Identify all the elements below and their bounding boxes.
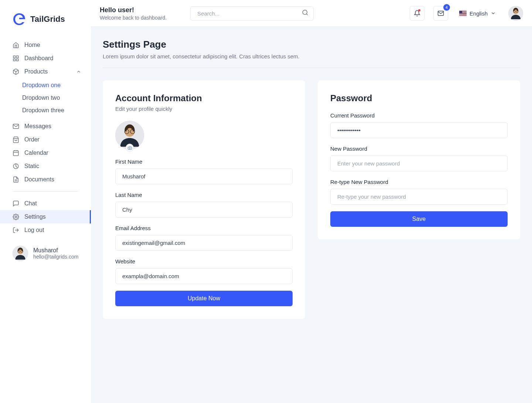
avatar	[13, 246, 28, 261]
sidebar-item-label: Products	[24, 68, 48, 75]
chart-icon	[13, 163, 19, 170]
sidebar-user-email: hello@tailgrids.com	[33, 254, 78, 260]
password-card: Password Current Password New Password R…	[318, 81, 520, 239]
sidebar-subitem-dropdown-three[interactable]: Dropdown three	[0, 104, 91, 117]
chevron-up-icon	[75, 68, 82, 75]
user-menu-button[interactable]	[508, 6, 523, 21]
sidebar-item-label: Static	[24, 163, 39, 170]
sidebar-item-label: Chat	[24, 200, 37, 207]
sidebar-item-label: Messages	[24, 123, 51, 130]
notifications-button[interactable]	[410, 6, 424, 21]
change-photo-button[interactable]	[126, 144, 134, 152]
email-input[interactable]	[115, 235, 293, 251]
sidebar-item-static[interactable]: Static	[0, 160, 91, 173]
sidebar-item-chat[interactable]: Chat	[0, 197, 91, 210]
greeting-title: Hello user!	[100, 6, 167, 14]
svg-rect-3	[17, 59, 18, 61]
gear-icon	[13, 214, 19, 220]
primary-nav: Home Dashboard Products Dropdown one Dro…	[0, 35, 91, 240]
search	[190, 6, 314, 21]
grid-icon	[13, 55, 19, 62]
svg-rect-1	[17, 56, 18, 58]
sidebar-item-dashboard[interactable]: Dashboard	[0, 52, 91, 65]
sidebar-item-label: Documents	[24, 176, 54, 183]
sidebar-item-label: Home	[24, 42, 40, 48]
calendar-icon	[13, 150, 19, 156]
content: Settings Page Lorem ipsum dolor sit amet…	[91, 27, 532, 403]
svg-line-18	[307, 14, 308, 15]
sidebar-user-name: Musharof	[33, 247, 78, 254]
notification-dot	[418, 9, 420, 11]
svg-point-28	[129, 147, 130, 149]
divider	[13, 191, 78, 192]
home-icon	[13, 42, 19, 48]
sidebar-item-label: Log out	[24, 227, 44, 233]
sidebar-item-settings[interactable]: Settings	[0, 210, 91, 223]
sidebar-item-documents[interactable]: Documents	[0, 173, 91, 186]
language-label: English	[470, 10, 488, 17]
account-title: Account Information	[115, 93, 293, 103]
update-button[interactable]: Update Now	[115, 291, 293, 306]
current-password-input[interactable]	[330, 122, 508, 138]
first-name-input[interactable]	[115, 168, 293, 184]
brand-name: TailGrids	[30, 14, 65, 24]
search-icon[interactable]	[302, 9, 308, 17]
first-name-label: First Name	[115, 158, 293, 165]
sidebar-subitem-dropdown-one[interactable]: Dropdown one	[0, 79, 91, 92]
sidebar-item-label: Calendar	[24, 150, 48, 156]
products-subitems: Dropdown one Dropdown two Dropdown three	[0, 78, 91, 120]
website-input[interactable]	[115, 268, 293, 284]
logo[interactable]: TailGrids	[0, 0, 91, 35]
account-card: Account Information Edit your profile qu…	[103, 81, 305, 319]
logout-icon	[13, 227, 19, 233]
last-name-label: Last Name	[115, 192, 293, 198]
svg-point-11	[15, 216, 17, 218]
sidebar-item-label: Order	[24, 136, 40, 143]
box-icon	[13, 68, 19, 75]
svg-rect-0	[13, 56, 15, 58]
new-password-label: New Password	[330, 146, 508, 152]
sidebar-item-home[interactable]: Home	[0, 38, 91, 52]
flag-icon	[459, 11, 467, 16]
account-subtitle: Edit your profile quickly	[115, 106, 293, 112]
sidebar-item-order[interactable]: Order	[0, 133, 91, 146]
language-selector[interactable]: English	[459, 10, 496, 17]
page-header: Settings Page Lorem ipsum dolor sit amet…	[103, 39, 520, 68]
new-password-input[interactable]	[330, 156, 508, 171]
sidebar: TailGrids Home Dashboard Products Dropdo…	[0, 0, 91, 403]
svg-point-17	[303, 10, 307, 14]
save-button[interactable]: Save	[330, 211, 508, 227]
sidebar-item-messages[interactable]: Messages	[0, 120, 91, 133]
svg-rect-2	[13, 59, 15, 61]
file-icon	[13, 176, 19, 183]
messages-button[interactable]: 4	[433, 6, 448, 21]
sidebar-item-products[interactable]: Products	[0, 65, 91, 78]
sidebar-item-label: Settings	[24, 214, 46, 220]
logo-icon	[12, 12, 27, 27]
bag-icon	[13, 136, 19, 143]
retype-password-input[interactable]	[330, 189, 508, 205]
email-label: Email Address	[115, 225, 293, 231]
page-title: Settings Page	[103, 39, 520, 50]
sidebar-subitem-dropdown-two[interactable]: Dropdown two	[0, 92, 91, 104]
greeting-subtitle: Welcome back to dashboard.	[100, 15, 167, 21]
camera-icon	[128, 146, 132, 150]
mail-icon	[437, 10, 444, 17]
last-name-input[interactable]	[115, 202, 293, 218]
mail-icon	[13, 123, 19, 130]
greeting: Hello user! Welcome back to dashboard.	[100, 6, 167, 21]
website-label: Website	[115, 258, 293, 264]
mail-badge: 4	[443, 4, 450, 11]
sidebar-item-logout[interactable]: Log out	[0, 223, 91, 237]
chat-icon	[13, 200, 19, 207]
header: Hello user! Welcome back to dashboard. 4…	[91, 0, 532, 27]
retype-password-label: Re-type New Password	[330, 179, 508, 185]
page-subtitle: Lorem ipsum dolor sit amet, consectetur …	[103, 53, 520, 59]
sidebar-user[interactable]: Musharof hello@tailgrids.com	[0, 240, 91, 267]
password-title: Password	[330, 93, 508, 103]
svg-rect-5	[13, 151, 18, 156]
sidebar-item-calendar[interactable]: Calendar	[0, 146, 91, 160]
search-input[interactable]	[190, 6, 314, 21]
chevron-down-icon	[491, 11, 496, 16]
sidebar-item-label: Dashboard	[24, 55, 53, 62]
